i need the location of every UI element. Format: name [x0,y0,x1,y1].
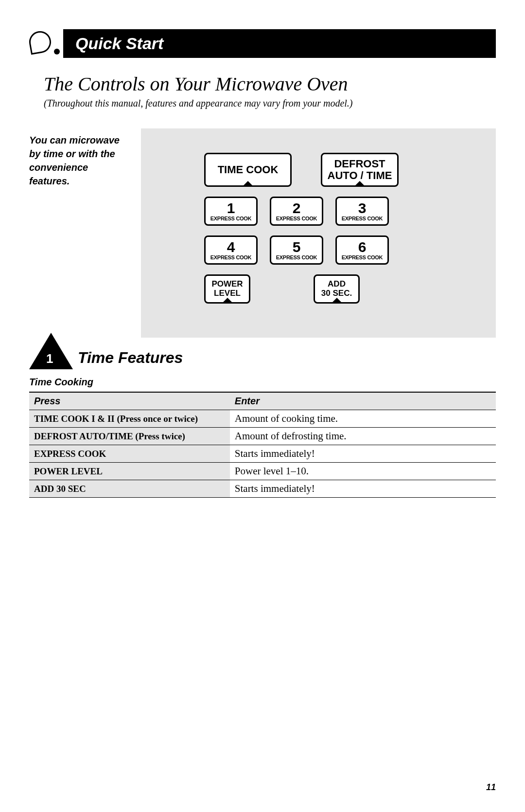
side-note: You can microwave by time or with the co… [29,128,126,338]
press-cell: DEFROST AUTO/TIME (Press twice) [29,428,230,445]
button-number: 3 [358,201,367,216]
control-panel-diagram: TIME COOK DEFROST AUTO / TIME 1 EXPRESS … [141,128,496,338]
page-subtitle: (Throughout this manual, features and ap… [44,98,496,109]
table-header-row: Press Enter [29,392,496,410]
table-row: ADD 30 SEC Starts immediately! [29,480,496,498]
express-cook-6-button: 6 EXPRESS COOK [335,235,389,265]
button-label-line2: AUTO / TIME [328,170,392,181]
header-bar: Quick Start [29,29,496,58]
section-banner: Quick Start [63,29,496,58]
section-header: 1 Time Features [29,333,496,369]
press-cell: TIME COOK I & II (Press once or twice) [29,410,230,428]
enter-cell: Amount of cooking time. [230,410,496,428]
express-cook-4-button: 4 EXPRESS COOK [204,235,258,265]
press-cell: POWER LEVEL [29,463,230,480]
button-label-line2: 30 SEC. [321,289,352,298]
power-level-button: POWER LEVEL [204,274,250,304]
button-label-line1: DEFROST [334,158,385,170]
button-sublabel: EXPRESS COOK [276,254,317,260]
button-number: 4 [227,240,235,254]
col-enter: Enter [230,392,496,410]
enter-cell: Starts immediately! [230,480,496,498]
page-number: 11 [486,782,496,793]
button-number: 2 [293,201,301,216]
button-sublabel: EXPRESS COOK [342,254,383,260]
enter-cell: Power level 1–10. [230,463,496,480]
button-number: 6 [358,240,367,254]
time-cooking-table: Press Enter TIME COOK I & II (Press once… [29,392,496,498]
page-title: The Controls on Your Microwave Oven [44,72,496,95]
content-row: You can microwave by time or with the co… [29,128,496,338]
time-cook-button: TIME COOK [204,153,292,187]
enter-cell: Starts immediately! [230,445,496,463]
section-number: 1 [46,351,53,366]
button-sublabel: EXPRESS COOK [210,216,251,221]
section-title: Time Features [78,349,183,369]
express-cook-3-button: 3 EXPRESS COOK [335,197,389,226]
button-sublabel: EXPRESS COOK [342,216,383,221]
button-label: TIME COOK [218,164,279,176]
triangle-up-icon [331,298,343,304]
button-label-line1: ADD [321,280,352,289]
add-30-sec-button: ADD 30 SEC. [314,274,360,304]
button-label-line1: POWER [211,280,243,289]
button-sublabel: EXPRESS COOK [210,254,251,260]
press-cell: ADD 30 SEC [29,480,230,498]
enter-cell: Amount of defrosting time. [230,428,496,445]
triangle-up-icon [354,181,366,187]
col-press: Press [29,392,230,410]
subsection-title: Time Cooking [29,377,496,388]
triangle-up-icon [242,181,254,187]
express-cook-2-button: 2 EXPRESS COOK [270,197,323,226]
triangle-up-icon [222,298,233,304]
express-cook-5-button: 5 EXPRESS COOK [270,235,323,265]
brand-logo-icon [29,30,56,57]
express-cook-1-button: 1 EXPRESS COOK [204,197,258,226]
table-row: POWER LEVEL Power level 1–10. [29,463,496,480]
button-number: 5 [293,240,301,254]
button-number: 1 [227,201,235,216]
section-number-triangle-icon: 1 [29,333,73,369]
table-row: EXPRESS COOK Starts immediately! [29,445,496,463]
button-label-line2: LEVEL [211,289,243,298]
table-row: DEFROST AUTO/TIME (Press twice) Amount o… [29,428,496,445]
press-cell: EXPRESS COOK [29,445,230,463]
defrost-button: DEFROST AUTO / TIME [321,153,399,187]
table-row: TIME COOK I & II (Press once or twice) A… [29,410,496,428]
